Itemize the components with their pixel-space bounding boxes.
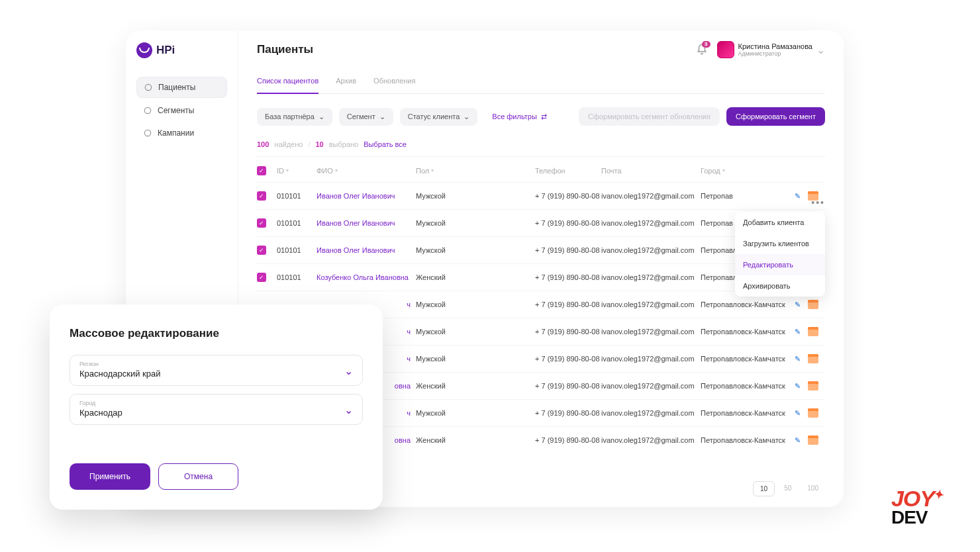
form-update-segment-button: Сформировать сегмент обновления [579,107,720,126]
archive-icon[interactable] [808,381,818,391]
region-value: Краснодарский край [79,369,353,379]
header: Пациенты 3 Кристина Рамазанова Администр… [238,30,844,65]
user-menu[interactable]: Кристина Рамазанова Администратор ⌄ [717,41,825,58]
sort-icon: ▾ [286,169,289,173]
edit-icon[interactable]: ✎ [792,353,803,364]
cell-city: Петропавловск-Камчатск [701,409,792,417]
tab-1[interactable]: Архив [336,70,356,93]
cell-fio[interactable]: Иванов Олег Иванович [317,219,416,227]
cell-email: ivanov.oleg1972@gmail.com [601,246,701,254]
cell-fio[interactable]: Козубенко Ольга Ивановна [317,273,416,281]
table-header: ✓ ID▾ ФИО▾ Пол▾ Телефон Почта Город▾ [257,156,825,182]
cell-email: ivanov.oleg1972@gmail.com [601,219,701,227]
row-checkbox[interactable]: ✓ [257,246,266,255]
edit-icon[interactable]: ✎ [792,191,803,201]
cell-email: ivanov.oleg1972@gmail.com [601,300,701,308]
form-segment-button[interactable]: Сформировать сегмент [726,107,825,126]
page-size-10[interactable]: 10 [753,481,775,496]
archive-icon[interactable] [808,408,818,418]
region-select[interactable]: Регион Краснодарский край ⌄ [70,355,363,386]
region-label: Регион [79,361,353,367]
col-gender[interactable]: Пол▾ [416,167,535,175]
found-label: найдено [274,140,303,148]
cell-city: Петропав [701,192,792,200]
edit-icon[interactable]: ✎ [792,381,803,391]
sidebar-item-1[interactable]: Сегменты [136,101,227,120]
notification-badge: 3 [702,41,710,48]
logo: HPi [136,42,227,58]
select-all-link[interactable]: Выбрать все [364,140,407,148]
sidebar-item-2[interactable]: Кампании [136,123,227,143]
sort-icon: ▾ [722,169,725,173]
page-size-selector: 1050100 [753,481,825,496]
cell-city: Петропавловск-Камчатск [701,300,792,308]
cell-gender: Мужской [416,300,535,308]
nav-icon [143,106,152,115]
archive-icon[interactable] [808,299,818,310]
action-menu-item-1[interactable]: Загрузить клиентов [735,233,825,254]
tab-2[interactable]: Обновления [373,70,415,93]
action-menu-item-0[interactable]: Добавить клиента [735,212,825,233]
apply-button[interactable]: Применить [70,463,150,490]
page-size-100[interactable]: 100 [801,481,825,496]
chevron-down-icon: ⌄ [379,113,385,121]
cell-id: 010101 [277,192,317,200]
cell-phone: + 7 (919) 890-80-08 [535,273,601,281]
tab-0[interactable]: Список пациентов [257,70,318,94]
archive-icon[interactable] [808,353,818,364]
filter-segment[interactable]: Сегмент⌄ [339,108,393,126]
filter-all[interactable]: Все фильтры⇄ [484,108,555,126]
archive-icon[interactable] [808,326,818,337]
cell-phone: + 7 (919) 890-80-08 [535,246,601,254]
cell-email: ivanov.oleg1972@gmail.com [601,192,701,200]
edit-icon[interactable]: ✎ [792,326,803,337]
edit-icon[interactable]: ✎ [792,435,803,445]
filter-client-status[interactable]: Статус клиента⌄ [400,108,478,126]
col-email: Почта [601,167,701,175]
edit-icon[interactable]: ✎ [792,299,803,310]
archive-icon[interactable] [808,435,818,445]
col-id[interactable]: ID▾ [277,167,317,175]
cell-email: ivanov.oleg1972@gmail.com [601,409,701,417]
more-actions-button[interactable]: ••• [811,197,825,208]
cell-phone: + 7 (919) 890-80-08 [535,409,601,417]
edit-icon[interactable]: ✎ [792,408,803,418]
joydev-watermark: JOY✦ DEV [891,488,944,526]
table-row: ✓ 010101 Иванов Олег Иванович Мужской + … [257,182,825,209]
sidebar-item-0[interactable]: Пациенты [136,77,227,98]
city-select[interactable]: Город Краснодар ⌄ [70,394,363,425]
select-all-checkbox[interactable]: ✓ [257,166,266,175]
selected-count: 10 [316,140,324,148]
cell-id: 010101 [277,273,317,281]
action-menu-item-3[interactable]: Архивировать [735,275,825,297]
row-checkbox[interactable]: ✓ [257,218,266,228]
col-fio[interactable]: ФИО▾ [317,167,416,175]
cell-gender: Женский [416,382,535,390]
cell-gender: Мужской [416,246,535,254]
chevron-down-icon: ⌄ [318,113,324,121]
cell-fio[interactable]: Иванов Олег Иванович [317,246,416,254]
row-checkbox[interactable]: ✓ [257,273,266,282]
cancel-button[interactable]: Отмена [158,463,238,490]
brand-name: HPi [156,44,175,57]
cell-gender: Мужской [416,219,535,227]
filter-partner-base[interactable]: База партнёра⌄ [257,108,332,126]
cell-fio[interactable]: Иванов Олег Иванович [317,192,416,200]
svg-point-1 [144,107,150,113]
cell-gender: Мужской [416,192,535,200]
chevron-down-icon: ⌄ [344,364,353,377]
cell-phone: + 7 (919) 890-80-08 [535,192,601,200]
row-checkbox[interactable]: ✓ [257,191,266,201]
page-size-50[interactable]: 50 [777,481,798,496]
cell-email: ivanov.oleg1972@gmail.com [601,328,701,336]
user-role: Администратор [738,50,812,57]
notifications-button[interactable]: 3 [696,44,708,56]
cell-gender: Мужской [416,328,535,336]
action-menu-item-2[interactable]: Редактировать [735,254,825,275]
found-count: 100 [257,140,269,148]
cell-phone: + 7 (919) 890-80-08 [535,382,601,390]
col-phone: Телефон [535,167,601,175]
col-city[interactable]: Город▾ [701,167,792,175]
cell-phone: + 7 (919) 890-80-08 [535,300,601,308]
logo-mark-icon [136,42,152,58]
